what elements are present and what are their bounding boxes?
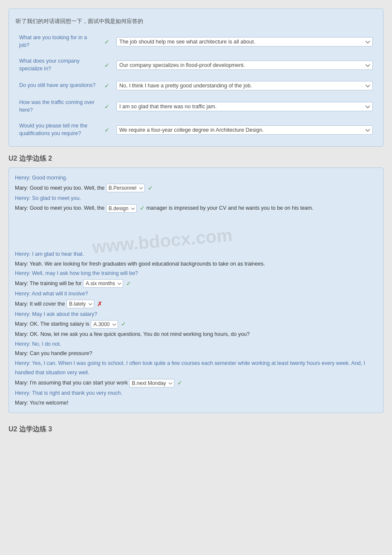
check-cell: ✓: [101, 97, 113, 116]
dialog-line: Mary: I'm assuming that you can start yo…: [15, 378, 377, 388]
check-icon: ✓: [124, 280, 131, 287]
instruction-text: 听了我们的对话请回想一下，面试中我是如何应答的: [16, 16, 376, 27]
exercise1-table: What are you looking for in a job?✓The j…: [16, 32, 376, 139]
check-cell: ✓: [101, 32, 113, 51]
dialog-line: Henry: And what will it involve?: [15, 289, 377, 299]
inline-select-s1[interactable]: B.Personnel: [106, 184, 145, 192]
check-icon: ✓: [119, 321, 126, 327]
check-cell: ✓: [101, 79, 113, 92]
line-text: It will cover the: [30, 301, 65, 306]
dialog-line: Mary: Can you handle pressure?: [15, 349, 377, 358]
inline-select-s2[interactable]: B.design: [106, 204, 137, 213]
answer-select-3[interactable]: I am so glad that there was no traffic j…: [116, 102, 373, 111]
table-row: What are you looking for in a job?✓The j…: [16, 32, 376, 51]
dialog-line: Mary: It will cover the B.lately ✗: [15, 299, 377, 309]
answer-cell[interactable]: The job should help me see what architec…: [113, 32, 376, 51]
dialog-line: Henry: May I ask about the salary?: [15, 309, 377, 319]
spacer-row: [16, 75, 376, 79]
table-row: What does your company specialize in?✓Ou…: [16, 55, 376, 75]
speaker-label: Henry:: [15, 270, 32, 276]
dialog-line: Henry: Good morning.: [15, 173, 377, 183]
table-row: How was the traffic coming over here?✓I …: [16, 97, 376, 116]
dialog-line: Mary: OK. Now, let me ask you a few quic…: [15, 330, 377, 339]
speaker-label: Henry:: [15, 311, 32, 317]
table-row: Would you please tell me the qualificati…: [16, 120, 376, 139]
dialog-line: Henry: That is right and thank you very …: [15, 388, 377, 398]
after-text: manager is impressed by your CV and he w…: [145, 205, 314, 211]
speaker-label: Mary:: [15, 331, 30, 337]
question-cell: What does your company specialize in?: [16, 55, 101, 75]
answer-select-2[interactable]: No, I think I have a pretty good underst…: [116, 81, 373, 90]
exercise2-box: Henry: Good morning.Mary: Good to meet y…: [9, 168, 383, 413]
line-text: And what will it involve?: [32, 291, 88, 297]
check-icon: ✓: [176, 379, 182, 386]
check-icon: ✓: [146, 185, 153, 191]
inline-select-s6[interactable]: B.next Monday: [129, 379, 174, 387]
line-text: Yeah. We are looking for fresh graduates…: [30, 261, 265, 267]
speaker-label: Mary:: [15, 380, 30, 386]
check-cell: ✓: [101, 120, 113, 139]
dialog-line: Mary: OK. The starting salary is A.3000 …: [15, 319, 377, 330]
dialog-line: Mary: Yeah. We are looking for fresh gra…: [15, 259, 377, 269]
line-text: Well, may I ask how long the training wi…: [32, 270, 138, 276]
answer-select-1[interactable]: Our company specializes in flood-proof d…: [116, 61, 373, 70]
speaker-label: Mary:: [15, 350, 30, 356]
dialog-line: Mary: You're welcome!: [15, 398, 377, 408]
answer-select-4[interactable]: We require a four-year college degree in…: [116, 125, 373, 135]
line-text: The training will be for: [30, 280, 82, 286]
speaker-label: Mary:: [15, 301, 30, 306]
question-cell: Would you please tell me the qualificati…: [16, 120, 101, 139]
speaker-label: Mary:: [15, 280, 30, 286]
exercise1-box: 听了我们的对话请回想一下，面试中我是如何应答的 What are you loo…: [9, 9, 383, 147]
line-text: Good morning.: [32, 175, 67, 181]
line-text: Good to meet you too. Well, the: [30, 205, 105, 211]
dialog-line: Mary: Good to meet you too. Well, the B.…: [15, 203, 377, 214]
speaker-label: Henry:: [15, 251, 32, 257]
spacer-row: [16, 92, 376, 97]
speaker-label: Henry:: [15, 390, 32, 396]
line-text: OK. The starting salary is: [30, 321, 89, 327]
question-cell: What are you looking for in a job?: [16, 32, 101, 51]
dialog-line: Henry: I am glad to hear that.: [15, 249, 377, 259]
dialog-line: Henry: No, I do not.: [15, 339, 377, 349]
speaker-label: Mary:: [15, 400, 30, 406]
u2-header-2: U2 边学边练 3: [9, 425, 383, 434]
cross-icon: ✗: [95, 301, 102, 307]
line-text: Good to meet you too. Well, the: [30, 185, 105, 191]
question-cell: Do you still have any questions?: [16, 79, 101, 92]
answer-cell[interactable]: No, I think I have a pretty good underst…: [113, 79, 376, 92]
dialog-line: Henry: So glad to meet you.: [15, 194, 377, 203]
speaker-label: Henry:: [15, 291, 32, 297]
speaker-label: Henry:: [15, 360, 32, 366]
line-text: That is right and thank you very much.: [32, 390, 122, 396]
speaker-label: Mary:: [15, 185, 30, 191]
answer-cell[interactable]: Our company specializes in flood-proof d…: [113, 55, 376, 75]
line-text: I'm assuming that you can start your wor…: [30, 380, 128, 386]
line-text: May I ask about the salary?: [32, 311, 97, 317]
u2-header-1: U2 边学边练 2: [9, 154, 383, 163]
table-row: Do you still have any questions?✓No, I t…: [16, 79, 376, 92]
line-text: So glad to meet you.: [32, 195, 81, 201]
check-icon: ✓: [138, 205, 145, 211]
answer-select-0[interactable]: The job should help me see what architec…: [116, 37, 373, 46]
inline-select-s3[interactable]: A.six months: [83, 279, 123, 288]
inline-select-s5[interactable]: A.3000: [91, 320, 118, 329]
dialog-line: Mary: The training will be for A.six mon…: [15, 278, 377, 289]
speaker-label: Henry:: [15, 341, 32, 347]
speaker-label: Henry:: [15, 195, 32, 201]
answer-cell[interactable]: We require a four-year college degree in…: [113, 120, 376, 139]
dialog-line: Henry: Well, may I ask how long the trai…: [15, 269, 377, 278]
answer-cell[interactable]: I am so glad that there was no traffic j…: [113, 97, 376, 116]
speaker-label: Henry:: [15, 175, 32, 181]
spacer-row: [16, 51, 376, 55]
line-text: Yes, I can. When I was going to school, …: [15, 360, 365, 376]
line-text: You're welcome!: [30, 400, 69, 406]
dialog-line: Henry: Yes, I can. When I was going to s…: [15, 358, 377, 378]
spacer-row: [16, 116, 376, 120]
inline-select-s4[interactable]: B.lately: [66, 300, 94, 308]
line-text: No, I do not.: [32, 341, 61, 347]
line-text: Can you handle pressure?: [30, 350, 92, 356]
speaker-label: Mary:: [15, 321, 30, 327]
line-text: I am glad to hear that.: [32, 251, 84, 257]
speaker-label: Mary:: [15, 205, 30, 211]
